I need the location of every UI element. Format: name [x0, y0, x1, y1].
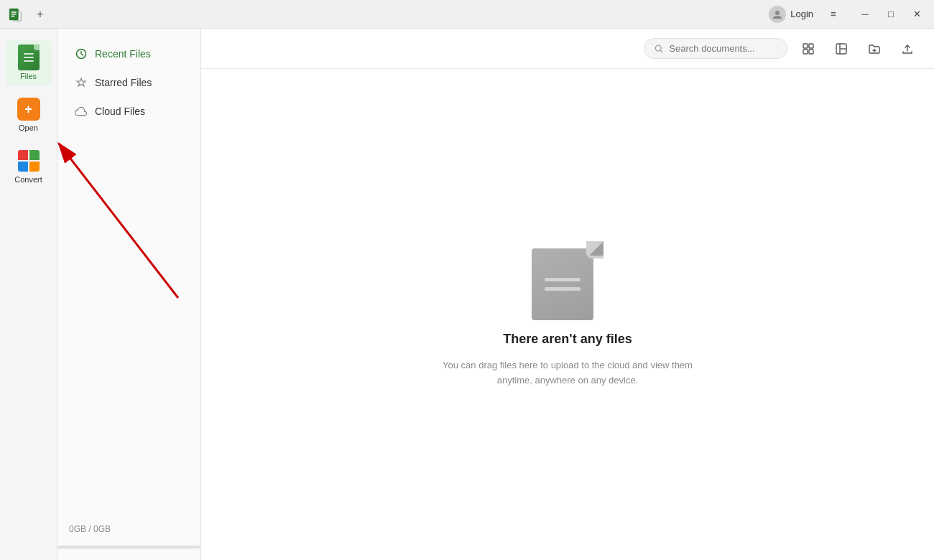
grid-view-icon: [802, 42, 815, 55]
search-box[interactable]: [644, 38, 787, 59]
files-nav-icon: [17, 46, 40, 69]
window-controls: ─ □ ✕: [854, 4, 928, 24]
empty-state: There aren't any files You can drag file…: [431, 241, 704, 388]
layout-icon: [835, 42, 848, 55]
maximize-button[interactable]: □: [879, 4, 902, 24]
app-logo: [6, 4, 26, 24]
svg-rect-9: [803, 50, 808, 54]
empty-state-illustration: [532, 241, 604, 320]
sidebar-item-recent-label: Recent Files: [95, 48, 151, 60]
user-login[interactable]: Login: [769, 6, 813, 23]
menu-button[interactable]: ≡: [822, 4, 845, 24]
sidebar-item-cloud-label: Cloud Files: [95, 106, 145, 117]
upload-button[interactable]: [895, 37, 920, 61]
nav-item-files[interactable]: Files: [6, 40, 52, 86]
svg-rect-8: [809, 44, 813, 48]
search-input[interactable]: [669, 43, 777, 54]
main-layout: Files + Open Convert: [0, 29, 934, 560]
sidebar-item-starred[interactable]: Starred Files: [63, 69, 195, 96]
title-bar-right: Login ≡ ─ □ ✕: [769, 4, 928, 24]
nav-item-open-label: Open: [19, 123, 38, 132]
svg-rect-2: [11, 14, 17, 14]
upload-icon: [901, 42, 914, 55]
svg-rect-10: [809, 50, 813, 54]
star-icon: [75, 76, 88, 89]
nav-item-open[interactable]: + Open: [6, 92, 52, 138]
sidebar-scrollbar[interactable]: [57, 546, 200, 549]
nav-item-files-label: Files: [20, 72, 37, 80]
sidebar-item-cloud[interactable]: Cloud Files: [63, 98, 195, 125]
login-label: Login: [790, 9, 813, 19]
left-nav: Files + Open Convert: [0, 29, 57, 560]
nav-item-convert-label: Convert: [14, 175, 42, 184]
svg-rect-7: [803, 44, 808, 48]
nav-item-convert[interactable]: Convert: [6, 144, 52, 190]
open-nav-icon: +: [17, 98, 40, 121]
user-avatar: [769, 6, 786, 23]
sidebar-items: Recent Files Starred Files Cloud Fil: [57, 40, 200, 125]
content-area: There aren't any files You can drag file…: [201, 29, 934, 560]
content-body: There aren't any files You can drag file…: [201, 69, 934, 560]
title-bar: + Login ≡ ─ □ ✕: [0, 0, 934, 29]
minimize-button[interactable]: ─: [854, 4, 877, 24]
new-tab-button[interactable]: +: [32, 6, 49, 23]
sidebar: Recent Files Starred Files Cloud Fil: [57, 29, 201, 560]
convert-nav-icon: [17, 149, 40, 172]
layout-button[interactable]: [829, 37, 854, 61]
add-folder-button[interactable]: [862, 37, 887, 61]
title-bar-left: +: [6, 4, 49, 24]
cloud-icon: [75, 105, 88, 118]
empty-state-title: There aren't any files: [503, 332, 632, 347]
svg-point-4: [775, 11, 780, 15]
svg-rect-1: [11, 11, 17, 12]
content-toolbar: [201, 29, 934, 69]
close-button[interactable]: ✕: [905, 4, 928, 24]
svg-rect-3: [11, 15, 15, 16]
grid-view-button[interactable]: [796, 37, 820, 61]
sidebar-footer: 0GB / 0GB: [57, 515, 200, 549]
sidebar-item-starred-label: Starred Files: [95, 77, 152, 88]
sidebar-item-recent[interactable]: Recent Files: [63, 40, 195, 67]
add-folder-icon: [868, 42, 881, 55]
recent-icon: [75, 47, 88, 60]
search-icon: [655, 44, 663, 54]
empty-state-subtitle: You can drag files here to upload to the…: [431, 358, 704, 388]
storage-label: 0GB / 0GB: [57, 515, 200, 543]
